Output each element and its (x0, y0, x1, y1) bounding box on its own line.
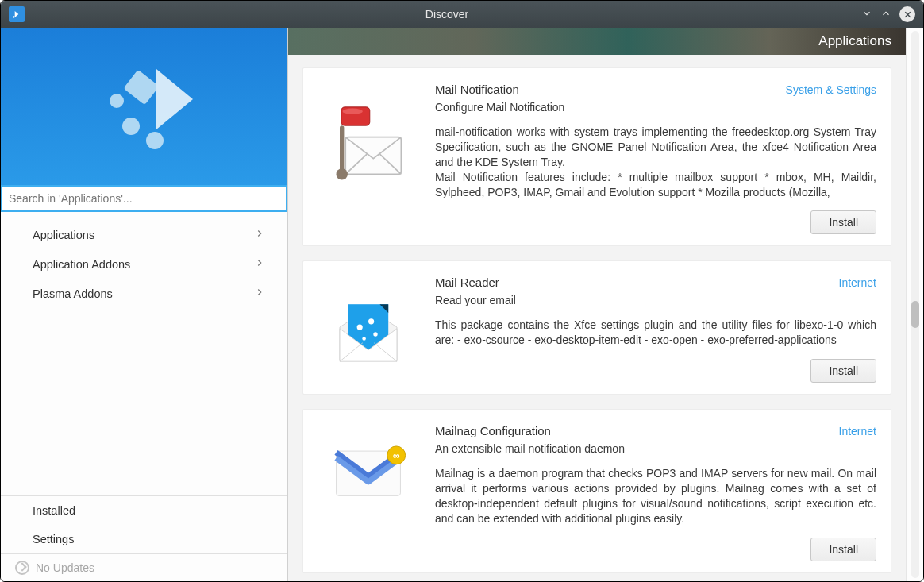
sidebar: Applications Application Addons Plasma A… (1, 28, 288, 581)
app-category-link[interactable]: Internet (839, 425, 876, 437)
app-description: Mailnag is a daemon program that checks … (435, 466, 876, 526)
app-icon (9, 6, 25, 22)
sidebar-hero (1, 28, 287, 185)
chevron-right-icon (254, 257, 265, 271)
nav-item-application-addons[interactable]: Application Addons (1, 249, 287, 279)
svg-text:∞: ∞ (393, 450, 400, 461)
flagged-envelope-icon (318, 83, 419, 234)
app-card[interactable]: ∞ Mailnag Configuration Internet An exte… (302, 409, 891, 573)
main: Applications (288, 28, 923, 581)
bottom-item-label: Settings (33, 533, 74, 545)
sidebar-bottom: Installed Settings No Updates (1, 495, 287, 581)
mail-reader-icon (318, 276, 419, 383)
svg-point-14 (362, 337, 366, 341)
card-body: Mail Reader Internet Read your email Thi… (435, 276, 876, 383)
content-header: Applications (288, 28, 906, 55)
nav-list: Applications Application Addons Plasma A… (1, 212, 287, 308)
install-button[interactable]: Install (810, 359, 876, 383)
svg-rect-6 (340, 125, 344, 175)
card-actions: Install (435, 538, 876, 561)
search-wrap (1, 185, 287, 212)
sidebar-spacer (1, 308, 287, 495)
window-title: Discover (33, 8, 861, 21)
titlebar: Discover (1, 1, 923, 28)
close-button[interactable] (899, 6, 915, 22)
card-body: Mail Notification System & Settings Conf… (435, 83, 876, 234)
page-title: Applications (818, 33, 891, 49)
maximize-button[interactable] (880, 8, 891, 21)
body: Applications Application Addons Plasma A… (1, 28, 923, 581)
svg-point-12 (368, 319, 374, 325)
install-button[interactable]: Install (810, 538, 876, 561)
nav-item-applications[interactable]: Applications (1, 220, 287, 249)
bottom-item-label: Installed (33, 504, 75, 517)
svg-point-2 (122, 118, 140, 135)
svg-point-11 (357, 325, 363, 330)
card-top: Mailnag Configuration Internet (435, 424, 876, 437)
updates-label: No Updates (36, 561, 94, 574)
nav-item-plasma-addons[interactable]: Plasma Addons (1, 279, 287, 308)
app-title: Mail Notification (435, 83, 519, 96)
nav-item-label: Applications (33, 229, 94, 241)
updates-icon (15, 561, 29, 575)
nav-item-label: Application Addons (33, 258, 130, 271)
chevron-right-icon (254, 287, 265, 300)
app-subtitle: Read your email (435, 294, 876, 306)
search-input[interactable] (1, 185, 287, 212)
app-title: Mailnag Configuration (435, 424, 551, 437)
install-button[interactable]: Install (810, 210, 876, 234)
content-scroll[interactable]: Applications (288, 28, 906, 581)
svg-point-0 (13, 16, 14, 17)
svg-rect-4 (123, 70, 159, 106)
app-category-link[interactable]: System & Settings (786, 83, 876, 96)
sidebar-item-settings[interactable]: Settings (1, 525, 287, 553)
app-title: Mail Reader (435, 276, 499, 289)
card-actions: Install (435, 359, 876, 383)
updates-row[interactable]: No Updates (1, 553, 287, 581)
card-top: Mail Reader Internet (435, 276, 876, 289)
svg-point-7 (337, 168, 348, 179)
app-category-link[interactable]: Internet (839, 276, 876, 289)
window-controls (861, 6, 915, 22)
svg-point-3 (146, 132, 164, 149)
card-body: Mailnag Configuration Internet An extens… (435, 424, 876, 561)
app-description: This package contains the Xfce settings … (435, 318, 876, 348)
card-top: Mail Notification System & Settings (435, 83, 876, 96)
scrollbar[interactable] (906, 28, 923, 581)
mailnag-icon: ∞ (318, 424, 419, 561)
app-subtitle: Configure Mail Notification (435, 101, 876, 114)
scrollbar-thumb[interactable] (911, 301, 919, 328)
nav-item-label: Plasma Addons (33, 287, 113, 300)
app-subtitle: An extensible mail notification daemon (435, 442, 876, 455)
scrollbar-track (911, 31, 919, 578)
sidebar-item-installed[interactable]: Installed (1, 496, 287, 525)
svg-point-1 (110, 94, 124, 108)
app-card[interactable]: Mail Notification System & Settings Conf… (302, 67, 891, 246)
chevron-right-icon (254, 228, 265, 241)
svg-point-13 (373, 333, 377, 337)
svg-point-9 (343, 109, 363, 114)
apps-list: Mail Notification System & Settings Conf… (288, 55, 906, 581)
card-actions: Install (435, 210, 876, 234)
minimize-button[interactable] (861, 8, 872, 21)
app-card[interactable]: Mail Reader Internet Read your email Thi… (302, 260, 891, 395)
window: Discover (0, 0, 924, 582)
app-description: mail-notification works with system tray… (435, 125, 876, 199)
